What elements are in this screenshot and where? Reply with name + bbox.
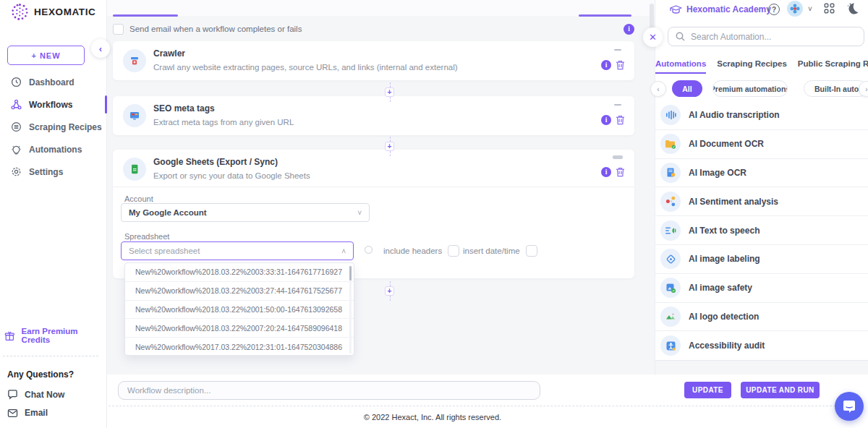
- workflow-description-input[interactable]: [118, 381, 540, 400]
- list-item[interactable]: AI Sentiment analysis: [655, 187, 868, 216]
- seo-meta-tags-icon: [123, 104, 146, 127]
- automation-search[interactable]: [668, 27, 864, 46]
- apps-grid-icon[interactable]: [824, 3, 835, 16]
- trash-icon[interactable]: [615, 166, 626, 177]
- sentiment-icon: [660, 192, 681, 212]
- chat-now-link[interactable]: Chat Now: [7, 389, 64, 400]
- collapse-dash-icon[interactable]: [614, 104, 621, 106]
- search-input[interactable]: [691, 32, 856, 42]
- tab-public-scraping-recipes[interactable]: Public Scraping Recipes: [798, 59, 868, 74]
- workflow-step-google-sheets[interactable]: Google Sheets (Export / Sync) Export or …: [113, 150, 634, 278]
- close-icon[interactable]: ✕: [643, 27, 663, 47]
- graduation-cap-icon: [670, 5, 682, 14]
- new-button[interactable]: + NEW: [7, 46, 85, 65]
- add-step-connector[interactable]: +: [385, 137, 395, 156]
- filter-premium[interactable]: Premium automations: [712, 80, 788, 97]
- dark-mode-moon-icon[interactable]: [846, 1, 860, 18]
- step-title: SEO meta tags: [153, 103, 215, 114]
- collapse-pill-icon[interactable]: [613, 155, 623, 159]
- brand[interactable]: HEXOMATIC: [10, 2, 95, 22]
- academy-link[interactable]: Hexomatic Academy: [670, 4, 771, 14]
- collapse-dash-icon[interactable]: [614, 49, 621, 51]
- scraping-recipes-icon: [10, 121, 22, 133]
- workflow-editor-area: Send email when a workflow completes or …: [107, 0, 655, 428]
- list-item[interactable]: AI logo detection: [655, 303, 868, 332]
- help-icon[interactable]: ?: [768, 4, 780, 15]
- info-icon[interactable]: i: [601, 60, 611, 70]
- spreadsheet-option[interactable]: New%20workflow%2017.03.22%2012:31:01-164…: [125, 338, 354, 356]
- include-headers-checkbox[interactable]: [448, 245, 459, 257]
- step-description: Export or sync your data to Google Sheet…: [153, 171, 310, 180]
- list-item[interactable]: AI image safety: [655, 274, 868, 303]
- tab-automations[interactable]: Automations: [655, 59, 706, 74]
- send-email-checkbox[interactable]: [113, 24, 124, 35]
- sidebar-item-settings[interactable]: Settings: [0, 160, 107, 183]
- list-item[interactable]: Accessibility audit: [655, 331, 868, 360]
- list-item-label: AI Sentiment analysis: [689, 197, 778, 207]
- spreadsheet-select[interactable]: Select spreadsheet ˄: [121, 241, 354, 260]
- hexomatic-logo-icon: [10, 2, 30, 22]
- list-item-label: AI Image OCR: [689, 168, 746, 178]
- image-ocr-icon: [660, 163, 681, 183]
- info-icon[interactable]: i: [601, 115, 611, 125]
- sidebar-item-workflows[interactable]: Workflows: [0, 93, 107, 116]
- sidebar-item-scraping-recipes[interactable]: Scraping Recipes: [0, 116, 107, 138]
- list-item-label: AI image labeling: [689, 254, 760, 264]
- update-and-run-button[interactable]: UPDATE AND RUN: [741, 382, 820, 398]
- chevron-down-icon: ˅: [357, 209, 362, 217]
- sidebar-nav: Dashboard Workflows Scraping Recipes Aut…: [0, 71, 107, 183]
- spreadsheet-option[interactable]: New%20workflow%2018.03.22%2007:20:24-164…: [125, 319, 354, 338]
- avatar[interactable]: [787, 1, 803, 17]
- automations-list: AI Audio transcription AI Document OCR A…: [655, 101, 868, 360]
- tab-indicator-line: [579, 14, 631, 17]
- copyright-text: © 2022 Hexact, Inc. All rights reserved.: [107, 413, 758, 421]
- list-item[interactable]: AI Image OCR: [655, 159, 868, 188]
- account-value: My Google Account: [129, 208, 207, 217]
- workflow-step-seo[interactable]: SEO meta tags Extract meta tags from any…: [113, 96, 634, 135]
- sidebar-item-label: Dashboard: [29, 77, 75, 87]
- add-step-connector[interactable]: +: [385, 281, 395, 301]
- sidebar-collapse-icon[interactable]: ‹: [91, 39, 110, 58]
- tab-indicator-line: [113, 14, 178, 17]
- spreadsheet-option[interactable]: New%20workflow%2018.03.22%2003:27:44-164…: [125, 282, 354, 301]
- add-step-connector[interactable]: +: [385, 82, 395, 102]
- earn-premium-credits-link[interactable]: Earn Premium Credits: [4, 327, 106, 344]
- workflow-step-crawler[interactable]: Crawler Crawl any website extracting pag…: [113, 41, 634, 80]
- crawler-icon: [123, 49, 146, 72]
- tab-scraping-recipes[interactable]: Scraping Recipes: [717, 59, 787, 74]
- panel-tabs: Automations Scraping Recipes Public Scra…: [655, 59, 868, 74]
- send-email-label: Send email when a workflow completes or …: [129, 25, 302, 33]
- filter-all[interactable]: All: [672, 80, 702, 97]
- sidebar-item-label: Scraping Recipes: [29, 122, 102, 132]
- spreadsheet-option[interactable]: New%20workflow%2018.03.22%2003:33:31-164…: [125, 263, 354, 282]
- list-item[interactable]: AI Text to speech: [655, 216, 868, 245]
- list-item[interactable]: AI Audio transcription: [655, 101, 868, 130]
- academy-label: Hexomatic Academy: [686, 4, 771, 14]
- insert-datetime-checkbox[interactable]: [526, 245, 537, 257]
- image-safety-icon: [660, 278, 681, 298]
- chevron-left-icon[interactable]: ‹: [650, 81, 666, 97]
- sidebar-item-dashboard[interactable]: Dashboard: [0, 71, 107, 93]
- info-icon[interactable]: i: [601, 167, 611, 177]
- info-icon[interactable]: i: [624, 24, 634, 35]
- list-item-label: AI logo detection: [689, 312, 759, 322]
- email-link[interactable]: Email: [7, 408, 48, 418]
- chevron-down-icon[interactable]: ˅: [808, 5, 812, 13]
- account-select[interactable]: My Google Account ˅: [121, 203, 370, 222]
- chat-widget-button[interactable]: [835, 392, 864, 421]
- list-item[interactable]: AI Document OCR: [655, 130, 868, 159]
- list-item-label: AI Audio transcription: [689, 110, 780, 120]
- step-description: Crawl any website extracting pages, sour…: [153, 63, 458, 72]
- scrollbar-thumb[interactable]: [349, 266, 352, 281]
- trash-icon[interactable]: [615, 114, 626, 125]
- step-title: Google Sheets (Export / Sync): [153, 157, 278, 167]
- spreadsheet-option[interactable]: New%20workflow%2018.03.22%2001:50:00-164…: [125, 301, 354, 320]
- filter-built-in[interactable]: Built-In automa: [804, 80, 867, 97]
- list-item[interactable]: AI image labeling: [655, 245, 868, 274]
- sidebar-item-automations[interactable]: Automations: [0, 138, 107, 160]
- questions-title: Any Questions?: [7, 369, 74, 380]
- trash-icon[interactable]: [615, 59, 626, 70]
- update-button[interactable]: UPDATE: [684, 382, 731, 398]
- email-icon: [7, 408, 18, 418]
- earn-premium-credits-label: Earn Premium Credits: [22, 327, 106, 344]
